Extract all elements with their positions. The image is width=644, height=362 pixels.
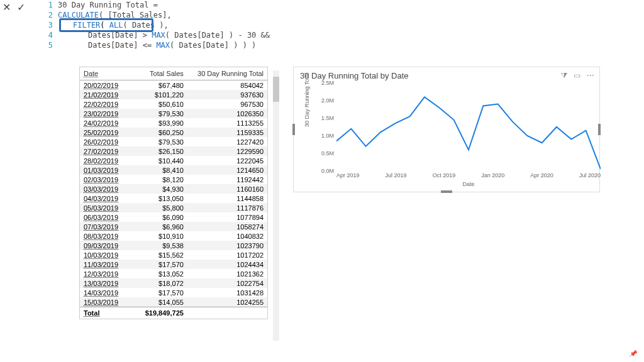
cell: 1017202: [187, 250, 267, 260]
cell: 1160160: [187, 184, 267, 194]
cell: $14,055: [131, 297, 187, 307]
cell: 1214650: [187, 165, 267, 175]
table-row[interactable]: 05/03/2019$5,8001117876: [80, 203, 267, 212]
cell: 22/02/2019: [80, 99, 131, 109]
table-row[interactable]: 21/02/2019$101,220937630: [80, 90, 267, 99]
table-row[interactable]: 15/03/2019$14,0551024255: [80, 297, 267, 307]
x-axis-title: Date: [336, 181, 601, 187]
table-scrollbar[interactable]: [273, 70, 279, 341]
table-row[interactable]: 11/03/2019$17,5701024434: [80, 260, 267, 269]
focus-mode-icon[interactable]: ▭: [574, 71, 580, 80]
chart-plot-area: [336, 83, 601, 171]
cell: 1058274: [187, 222, 267, 231]
scrollbar-thumb[interactable]: [273, 77, 279, 102]
filter-icon[interactable]: ⧩: [561, 71, 567, 80]
table-row[interactable]: 22/02/2019$50,610967530: [80, 99, 267, 109]
cell: 1024434: [187, 260, 267, 269]
cell: 1031428: [187, 288, 267, 297]
code-line: FILTER( ALL( Dates ),: [58, 20, 169, 30]
x-tick: Apr 2020: [530, 172, 553, 178]
cell: 09/03/2019: [80, 241, 131, 250]
chart-visual[interactable]: 30 Day Running Total by Date ⧩ ▭ ⋯ 30 Da…: [293, 67, 600, 192]
cell: 1227420: [187, 137, 267, 146]
cell: 1229590: [187, 146, 267, 156]
cell: 07/03/2019: [80, 222, 131, 231]
y-tick: 2.0M: [321, 97, 334, 104]
cell: 1117876: [187, 203, 267, 212]
table-row[interactable]: 04/03/2019$13,0501144858: [80, 194, 267, 203]
cell: 20/02/2019: [80, 80, 131, 90]
table-row[interactable]: 09/03/2019$9,5381023790: [80, 241, 267, 250]
table-row[interactable]: 02/03/2019$8,1201192442: [80, 175, 267, 184]
table-row[interactable]: 24/02/2019$93,9901113255: [80, 118, 267, 128]
table-row[interactable]: 03/03/2019$4,9301160160: [80, 184, 267, 194]
cell: 03/03/2019: [80, 184, 131, 194]
cell: $26,150: [131, 146, 187, 156]
cell: 24/02/2019: [80, 118, 131, 128]
table-row[interactable]: 08/03/2019$10,9101040832: [80, 231, 267, 241]
cell: 1024255: [187, 297, 267, 307]
table-row[interactable]: 14/03/2019$17,5701031428: [80, 288, 267, 297]
table-row[interactable]: 20/02/2019$67,480854042: [80, 80, 267, 90]
cell: 13/03/2019: [80, 278, 131, 288]
cell: 1192442: [187, 175, 267, 184]
col-header-date[interactable]: Date: [80, 67, 131, 80]
cell: 04/03/2019: [80, 194, 131, 203]
cell: $50,610: [131, 99, 187, 109]
cell: 1022754: [187, 278, 267, 288]
resize-handle[interactable]: [292, 124, 295, 135]
resize-handle[interactable]: [441, 190, 452, 193]
cell: 1021362: [187, 269, 267, 278]
table-row[interactable]: 07/03/2019$6,9601058274: [80, 222, 267, 231]
cell: 28/02/2019: [80, 156, 131, 165]
y-axis: 2.5M2.0M1.5M1.0M0.5M0.0M: [315, 83, 334, 171]
cell: 1023790: [187, 241, 267, 250]
more-options-icon[interactable]: ⋯: [587, 71, 594, 80]
table-row[interactable]: 13/03/2019$18,0721022754: [80, 278, 267, 288]
accept-icon[interactable]: ✓: [17, 1, 25, 13]
cell: $101,220: [131, 90, 187, 99]
cell: 1077894: [187, 212, 267, 222]
resize-handle[interactable]: [598, 124, 601, 135]
code-line: 30 Day Running Total =: [58, 0, 158, 10]
cell: 15/03/2019: [80, 297, 131, 307]
cell: 14/03/2019: [80, 288, 131, 297]
formula-bar[interactable]: 130 Day Running Total = 2CALCULATE( [Tot…: [44, 0, 644, 50]
cell: 01/03/2019: [80, 165, 131, 175]
table-row[interactable]: 01/03/2019$8,4101214650: [80, 165, 267, 175]
table-row[interactable]: 10/03/2019$15,5621017202: [80, 250, 267, 260]
y-tick: 2.5M: [321, 80, 334, 86]
table-row[interactable]: 23/02/2019$79,5301026350: [80, 109, 267, 118]
line-number: 4: [44, 30, 53, 40]
line-number: 1: [44, 0, 53, 10]
line-number: 2: [44, 10, 53, 20]
cell: $93,990: [131, 118, 187, 128]
table-footer: Total $19,849,725: [80, 307, 267, 319]
table-row[interactable]: 25/02/2019$60,2501159335: [80, 128, 267, 137]
x-axis: Apr 2019Jul 2019Oct 2019Jan 2020Apr 2020…: [336, 172, 601, 178]
chart-title: 30 Day Running Total by Date: [300, 71, 593, 80]
table-row[interactable]: 27/02/2019$26,1501229590: [80, 146, 267, 156]
data-table[interactable]: Date Total Sales 30 Day Running Total 20…: [79, 67, 268, 319]
x-tick: Jul 2020: [579, 172, 601, 178]
cell: 937630: [187, 90, 267, 99]
cell: 06/03/2019: [80, 212, 131, 222]
cell: $10,440: [131, 156, 187, 165]
x-tick: Jan 2020: [481, 172, 504, 178]
table-row[interactable]: 28/02/2019$10,4401222045: [80, 156, 267, 165]
cell: $13,050: [131, 194, 187, 203]
cell: $67,480: [131, 80, 187, 90]
cell: $15,562: [131, 250, 187, 260]
cancel-icon[interactable]: ✕: [3, 1, 11, 13]
col-header-sales[interactable]: Total Sales: [131, 67, 187, 80]
cell: 1113255: [187, 118, 267, 128]
table-row[interactable]: 12/03/2019$13,0521021362: [80, 269, 267, 278]
table-row[interactable]: 26/02/2019$79,5301227420: [80, 137, 267, 146]
col-header-running[interactable]: 30 Day Running Total: [187, 67, 267, 80]
y-tick: 0.5M: [321, 150, 334, 156]
cell: 1222045: [187, 156, 267, 165]
y-tick: 1.5M: [321, 115, 334, 121]
cell: 967530: [187, 99, 267, 109]
cell: $17,570: [131, 260, 187, 269]
table-row[interactable]: 06/03/2019$6,0901077894: [80, 212, 267, 222]
